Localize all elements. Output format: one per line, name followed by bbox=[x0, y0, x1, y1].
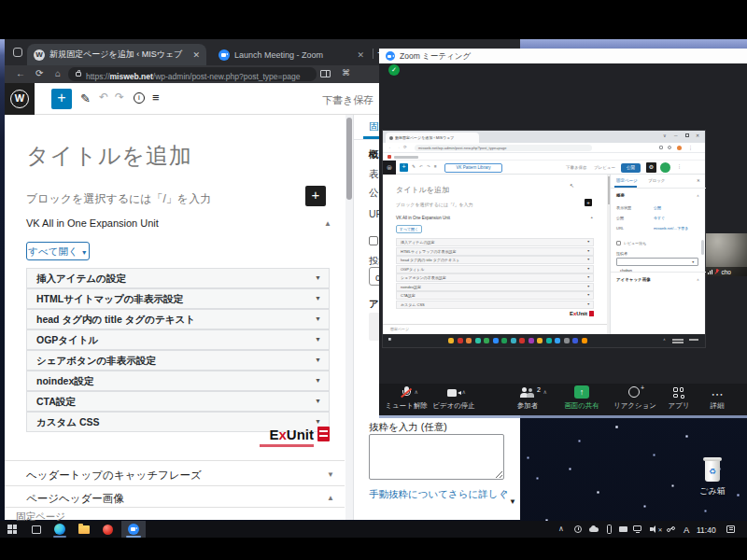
shared-tray-chevron: ∧ bbox=[663, 337, 666, 342]
share-screen-button[interactable]: ↑ 画面の共有 bbox=[556, 385, 608, 411]
phone-link-icon[interactable] bbox=[607, 525, 612, 534]
url-field[interactable]: https://misweb.net/wp-admin/post-new.php… bbox=[68, 67, 317, 81]
block-placeholder[interactable]: ブロックを選択するには「/」を入力 bbox=[26, 191, 211, 207]
participants-button[interactable]: 2 ∧ 参加者 bbox=[505, 385, 550, 411]
participant-overlay: cho bbox=[706, 267, 747, 276]
unmute-button[interactable]: ∧ ミュート解除 bbox=[382, 385, 430, 411]
shared-tabs-divider bbox=[611, 188, 706, 189]
accordion-html-sitemap[interactable]: HTMLサイトマップの非表示設定▼ bbox=[26, 288, 330, 309]
shared-ext-icon bbox=[659, 146, 663, 149]
participant-video-tile[interactable]: cho bbox=[706, 233, 747, 276]
network-link-icon[interactable] bbox=[667, 525, 676, 533]
shared-inserter-button: + bbox=[400, 163, 408, 172]
chevron-up-icon[interactable]: ∧ bbox=[543, 388, 547, 395]
split-screen-icon[interactable] bbox=[320, 70, 331, 77]
participant-panel-handle[interactable] bbox=[701, 240, 704, 255]
edge-icon[interactable] bbox=[54, 524, 65, 535]
header-catchphrase-panel[interactable]: ヘッダートップのキャッチフレーズ bbox=[26, 469, 202, 483]
workspaces-icon[interactable] bbox=[13, 48, 22, 57]
accordion-share-buttons[interactable]: シェアボタンの非表示設定▼ bbox=[26, 350, 330, 371]
details-info-icon[interactable]: i bbox=[134, 92, 145, 104]
shared-publish-value: 今すぐ bbox=[654, 216, 665, 220]
review-checkbox[interactable] bbox=[369, 236, 378, 245]
recycle-bin-icon[interactable]: ♻ bbox=[698, 457, 726, 483]
scrollbar-thumb[interactable] bbox=[346, 118, 352, 200]
shared-redo-icon: ↷ bbox=[427, 164, 430, 169]
excerpt-textarea[interactable] bbox=[369, 434, 504, 480]
onedrive-cloud-icon[interactable] bbox=[589, 527, 599, 532]
back-icon[interactable]: ← bbox=[16, 69, 25, 78]
accordion-head-title-tag[interactable]: head タグ内の title タグのテキスト▼ bbox=[26, 309, 330, 329]
page-title-placeholder[interactable]: タイトルを追加 bbox=[26, 141, 192, 171]
home-icon[interactable]: ⌂ bbox=[55, 69, 61, 78]
accordion-cta[interactable]: CTA設定▼ bbox=[26, 391, 330, 412]
security-shield-icon[interactable]: ✓ bbox=[388, 64, 400, 76]
shared-inline-inserter: + bbox=[585, 199, 592, 206]
excerpt-collapse-icon[interactable]: ▼ bbox=[509, 497, 516, 506]
vk-panel-collapse-icon[interactable]: ▲ bbox=[324, 219, 331, 228]
shared-pencil-icon: ✎ bbox=[412, 164, 416, 169]
apps-button[interactable]: アプリ bbox=[658, 385, 699, 411]
accordion-insert-items[interactable]: 挿入アイテムの設定▼ bbox=[26, 268, 330, 288]
recycle-symbol: ♻ bbox=[709, 467, 716, 476]
tab-zoom[interactable]: Launch Meeting - Zoom ✕ bbox=[212, 44, 371, 65]
block-inserter-button[interactable]: + bbox=[51, 89, 72, 109]
caret-down-icon: ▼ bbox=[315, 289, 321, 308]
accordion-ogp-title[interactable]: OGPタイトル▼ bbox=[26, 329, 330, 350]
shared-app-icon bbox=[466, 338, 472, 343]
zoom-title-bar[interactable]: Zoom ミーティング bbox=[379, 49, 747, 63]
taskbar-clock[interactable]: 11:40 bbox=[697, 525, 716, 535]
accordion-label: カスタム CSS bbox=[36, 416, 100, 427]
inline-inserter-button[interactable]: + bbox=[305, 186, 326, 206]
shared-tray-text bbox=[672, 339, 684, 341]
save-draft-button[interactable]: 下書き保存 bbox=[322, 93, 374, 107]
wp-logo-button[interactable]: W bbox=[5, 83, 35, 115]
chevron-up-icon[interactable]: ∧ bbox=[415, 388, 418, 395]
shared-footer-breadcrumb: 固定ページ bbox=[390, 327, 409, 331]
accordion-noindex[interactable]: noindex設定▼ bbox=[26, 371, 330, 391]
redo-icon[interactable]: ↷ bbox=[115, 91, 124, 104]
shared-review-checkbox bbox=[616, 241, 621, 245]
page-header-image-panel[interactable]: ページヘッダー画像 bbox=[26, 492, 124, 506]
excerpt-help-link[interactable]: 手動抜粋についてさらに詳しく bbox=[369, 488, 508, 501]
zoom-app-icon bbox=[386, 51, 395, 61]
caret-down-icon[interactable]: ▼ bbox=[327, 470, 334, 479]
reload-icon[interactable]: ⟳ bbox=[35, 69, 43, 78]
hidden-icons-chevron[interactable]: ∧ bbox=[558, 525, 564, 533]
stop-video-button[interactable]: ∧ ビデオの停止 bbox=[430, 385, 478, 411]
list-view-icon[interactable]: ≡ bbox=[152, 91, 160, 105]
shared-review-label: レビュー待ち bbox=[624, 241, 646, 245]
caret-down-icon: ▼ bbox=[315, 351, 321, 370]
shared-app-icon bbox=[484, 338, 489, 343]
reactions-button[interactable]: + リアクション bbox=[609, 385, 661, 411]
speaker-muted-icon[interactable]: ✕ bbox=[650, 525, 663, 534]
action-center-icon[interactable] bbox=[726, 525, 735, 533]
tab-close-icon[interactable]: ✕ bbox=[192, 50, 200, 60]
chevron-up-icon[interactable]: ∧ bbox=[462, 388, 466, 395]
shared-app-icon bbox=[458, 338, 463, 343]
editor-scrollbar[interactable] bbox=[345, 115, 353, 520]
more-button[interactable]: ⋯ 詳細 bbox=[697, 385, 738, 411]
accordion-label: CTA設定 bbox=[36, 396, 76, 407]
shared-footer-divider bbox=[383, 324, 607, 325]
open-all-button[interactable]: すべて開く ▼ bbox=[26, 242, 90, 260]
ime-mode-indicator[interactable]: A bbox=[684, 525, 689, 535]
shared-address-bar: ← → ⟳ misweb.net/wp-admin/post-new.php?p… bbox=[383, 143, 705, 153]
tab-wordpress[interactable]: W 新規固定ページを追加 ‹ MISウェブ ✕ bbox=[27, 44, 206, 65]
start-button[interactable] bbox=[7, 525, 17, 534]
zoom-taskbar-button[interactable] bbox=[121, 521, 146, 538]
caret-up-icon[interactable]: ▲ bbox=[327, 494, 334, 502]
task-view-icon[interactable] bbox=[32, 525, 41, 534]
tray-clock-app-icon[interactable] bbox=[574, 525, 582, 533]
tools-pencil-icon[interactable]: ✎ bbox=[80, 91, 91, 105]
undo-icon[interactable]: ↶ bbox=[99, 91, 108, 104]
display-icon[interactable] bbox=[633, 525, 641, 531]
browser-menu-icon[interactable]: ⌘ bbox=[342, 68, 350, 77]
zoom-icon-lens bbox=[392, 55, 394, 57]
shared-accordion-row: シェアボタンの非表示設定▼ bbox=[396, 273, 594, 282]
removable-device-icon[interactable] bbox=[619, 526, 627, 532]
tab-close-icon[interactable]: ✕ bbox=[357, 50, 364, 60]
shared-url-text: misweb.net/wp-admin/post-new.php?post_ty… bbox=[418, 146, 506, 150]
red-app-icon[interactable] bbox=[103, 525, 113, 535]
file-explorer-icon[interactable] bbox=[78, 525, 90, 534]
